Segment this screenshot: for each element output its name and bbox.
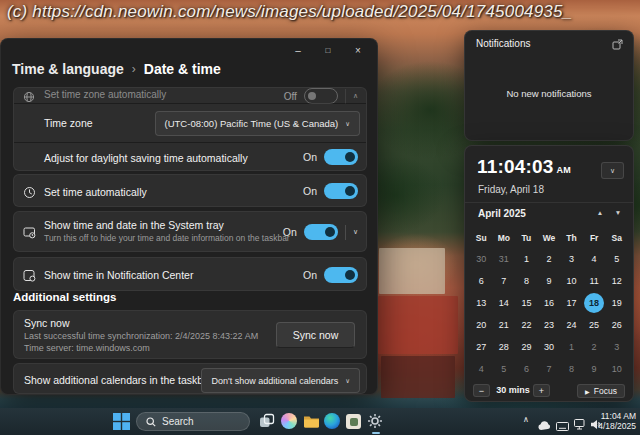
set-time-label: Set time automatically: [44, 186, 147, 198]
calendar-day[interactable]: 25: [584, 315, 604, 335]
chevron-up-icon[interactable]: ∧: [353, 92, 358, 100]
calendar-day[interactable]: 30: [539, 337, 559, 357]
maximize-button[interactable]: □: [313, 41, 343, 60]
focus-increase-button[interactable]: +: [533, 384, 550, 397]
focus-decrease-button[interactable]: −: [473, 384, 490, 397]
calendar-day[interactable]: 1: [516, 249, 536, 269]
calendar-day[interactable]: 13: [471, 293, 491, 313]
system-tray-card[interactable]: Show time and date in the System tray Tu…: [13, 211, 367, 252]
chevron-down-icon[interactable]: ∨: [353, 228, 358, 236]
calendar-day[interactable]: 5: [607, 249, 627, 269]
minimize-button[interactable]: –: [283, 41, 313, 60]
calendar-day[interactable]: 10: [607, 359, 627, 379]
calendar-day[interactable]: 23: [539, 315, 559, 335]
calendar-next-month-icon[interactable]: ▼: [611, 209, 625, 216]
touch-keyboard-icon[interactable]: [556, 417, 569, 435]
divider: [465, 202, 633, 203]
calendar-day[interactable]: 22: [516, 315, 536, 335]
close-button[interactable]: ×: [343, 41, 373, 60]
timezone-label: Time zone: [44, 117, 93, 129]
calendar-day[interactable]: 14: [494, 293, 514, 313]
hidden-icons-chevron[interactable]: ∧: [523, 415, 529, 424]
clock-time: 11:04:03AM: [477, 156, 571, 178]
notification-center-card[interactable]: Show time in Notification Center On: [13, 257, 367, 291]
notification-center-toggle[interactable]: [324, 267, 358, 283]
clock-meridiem: AM: [557, 165, 571, 175]
settings-app-button[interactable]: [367, 413, 383, 433]
start-button[interactable]: [113, 413, 130, 434]
app-button[interactable]: [346, 414, 361, 429]
timezone-dropdown[interactable]: (UTC-08:00) Pacific Time (US & Canada) ∨: [155, 111, 360, 136]
notifications-title: Notifications: [476, 38, 530, 49]
calendar-day[interactable]: 12: [607, 271, 627, 291]
calendar-day[interactable]: 2: [539, 249, 559, 269]
calendar-day[interactable]: 11: [584, 271, 604, 291]
network-icon[interactable]: [574, 416, 586, 434]
calendar-day[interactable]: 30: [471, 249, 491, 269]
calendar-day[interactable]: 26: [607, 315, 627, 335]
notification-center-label: Show time in Notification Center: [44, 269, 193, 281]
calendars-dropdown[interactable]: Don't show additional calendars ∨: [201, 368, 360, 393]
taskbar: Search: [0, 408, 640, 435]
breadcrumb-parent[interactable]: Time & language: [12, 61, 124, 77]
calendars-card: Show additional calendars in the taskbar…: [13, 363, 367, 394]
task-view-button[interactable]: [259, 413, 275, 433]
search-icon: [146, 413, 156, 431]
system-tray-toggle[interactable]: [304, 224, 338, 240]
calendar-day[interactable]: 20: [471, 315, 491, 335]
calendar-day[interactable]: 10: [562, 271, 582, 291]
calendar-day[interactable]: 28: [494, 337, 514, 357]
search-box[interactable]: Search: [136, 412, 250, 431]
calendar-month-label[interactable]: April 2025: [478, 208, 526, 219]
calendar-day[interactable]: 27: [471, 337, 491, 357]
calendar-day[interactable]: 9: [539, 271, 559, 291]
calendar-day[interactable]: 29: [516, 337, 536, 357]
calendar-day[interactable]: 6: [471, 271, 491, 291]
calendar-day-header: Tu: [515, 228, 538, 248]
calendar-day[interactable]: 2: [584, 337, 604, 357]
calendar-day[interactable]: 4: [584, 249, 604, 269]
onedrive-cloud-icon[interactable]: [537, 417, 552, 435]
calendar-day[interactable]: 24: [562, 315, 582, 335]
set-time-card[interactable]: Set time automatically On: [13, 174, 367, 207]
calendar-day-selected[interactable]: 18: [584, 293, 604, 313]
calendar-day[interactable]: 5: [494, 359, 514, 379]
calendar-day[interactable]: 4: [471, 359, 491, 379]
calendar-collapse-button[interactable]: ∨: [601, 162, 624, 179]
dst-toggle[interactable]: [324, 149, 358, 165]
calendar: SuMoTuWeThFrSa 3031123456789101112131415…: [470, 228, 628, 380]
calendar-day[interactable]: 7: [539, 359, 559, 379]
calendars-label: Show additional calendars in the taskbar: [24, 374, 213, 386]
sync-server: Time server: time.windows.com: [24, 343, 150, 353]
set-timezone-label: Set time zone automatically: [44, 89, 166, 100]
calendar-day[interactable]: 1: [562, 337, 582, 357]
taskbar-clock[interactable]: 11:04 AM 4/18/2025: [598, 412, 636, 431]
calendar-day[interactable]: 21: [494, 315, 514, 335]
calendar-day[interactable]: 9: [584, 359, 604, 379]
timezone-row: Time zone (UTC-08:00) Pacific Time (US &…: [14, 104, 366, 142]
calendar-prev-month-icon[interactable]: ▲: [593, 209, 607, 216]
calendar-day[interactable]: 3: [562, 249, 582, 269]
calendar-day[interactable]: 16: [539, 293, 559, 313]
calendar-day[interactable]: 17: [562, 293, 582, 313]
sync-now-button[interactable]: Sync now: [276, 322, 355, 348]
calendar-day[interactable]: 19: [607, 293, 627, 313]
calendar-day[interactable]: 3: [607, 337, 627, 357]
notification-settings-icon[interactable]: [609, 37, 626, 51]
set-timezone-toggle[interactable]: [304, 88, 338, 104]
play-icon: ▶: [585, 388, 590, 395]
set-time-toggle[interactable]: [324, 183, 358, 199]
calendar-day[interactable]: 8: [562, 359, 582, 379]
calendar-day[interactable]: 8: [516, 271, 536, 291]
calendar-day[interactable]: 7: [494, 271, 514, 291]
copilot-button[interactable]: [281, 413, 297, 429]
calendar-day[interactable]: 31: [494, 249, 514, 269]
file-explorer-button[interactable]: [303, 413, 320, 433]
edge-browser-button[interactable]: [324, 413, 340, 429]
set-timezone-row[interactable]: Set time zone automatically Off ∧: [14, 88, 366, 103]
system-tray-description: Turn this off to hide your time and date…: [44, 233, 290, 243]
focus-start-button[interactable]: ▶ Focus: [577, 384, 625, 398]
calendar-day[interactable]: 6: [516, 359, 536, 379]
calendar-day-header: Sa: [605, 228, 628, 248]
calendar-day[interactable]: 15: [516, 293, 536, 313]
